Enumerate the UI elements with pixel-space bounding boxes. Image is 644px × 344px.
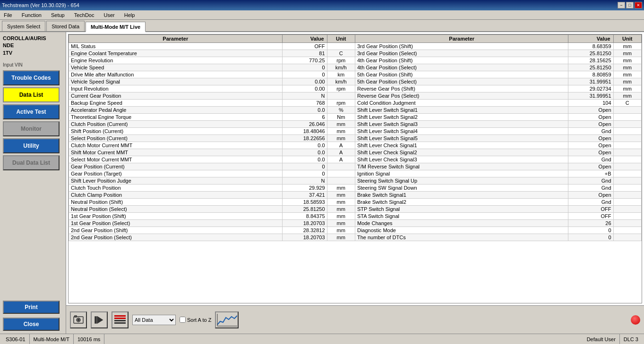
left-param-cell: MIL Status (69, 43, 283, 50)
titlebar: Techstream (Ver 10.30.029) - 654 − □ ✕ (0, 0, 644, 10)
left-value-cell: 18.48046 (282, 128, 327, 135)
right-unit-cell: mm (613, 92, 641, 100)
right-unit-cell: mm (613, 43, 641, 50)
right-value-cell: OFF (568, 213, 613, 220)
table-row: Input Revolution 0.00 rpm Reverse Gear P… (69, 85, 642, 92)
right-value-cell: Open (568, 121, 613, 128)
right-param-cell: 5th Gear Position (Shift) (355, 71, 568, 78)
sort-label: Sort A to Z (187, 317, 211, 323)
menu-techdoc[interactable]: TechDoc (72, 11, 96, 19)
right-value-cell: 25.81250 (568, 64, 613, 71)
right-value-cell: Gnd (568, 177, 613, 185)
table-row: Accelerator Pedal Angle 0.0 % Shift Leve… (69, 107, 642, 114)
left-param-cell: Clutch Position (Current) (69, 121, 283, 128)
table-row: Select Position (Current) 18.22656 mm Sh… (69, 135, 642, 142)
right-value-cell: OFF (568, 206, 613, 213)
right-param-header: Parameter (355, 35, 568, 43)
table-row: 2nd Gear Position (Select) 18.20703 mm T… (69, 234, 642, 241)
left-value-cell: OFF (282, 43, 327, 50)
left-unit-cell: % (327, 107, 355, 114)
table-body: MIL Status OFF 3rd Gear Position (Shift)… (69, 43, 642, 241)
sort-checkbox[interactable] (180, 317, 186, 323)
right-value-cell: 28.15625 (568, 57, 613, 64)
right-param-cell: Shift Lever Switch Signal4 (355, 128, 568, 135)
close-button[interactable]: Close (3, 318, 60, 331)
left-param-cell: Accelerator Pedal Angle (69, 107, 283, 114)
right-param-cell: Shift Lever Switch Signal1 (355, 107, 568, 114)
table-row: Shift Position (Current) 18.48046 mm Shi… (69, 128, 642, 135)
right-unit-cell (613, 227, 641, 234)
left-param-cell: Neutral Position (Shift) (69, 199, 283, 206)
menu-help[interactable]: Help (122, 11, 137, 19)
left-value-cell: 18.22656 (282, 135, 327, 142)
active-test-button[interactable]: Active Test (3, 104, 60, 119)
right-param-cell: Shift Lever Switch Signal3 (355, 121, 568, 128)
left-unit-cell: mm (327, 121, 355, 128)
window-controls[interactable]: − □ ✕ (618, 2, 642, 8)
menu-user[interactable]: User (102, 11, 116, 19)
chart-button[interactable] (215, 311, 239, 328)
utility-button[interactable]: Utility (3, 138, 60, 153)
left-unit-cell: mm (327, 135, 355, 142)
tab-multi-mode[interactable]: Multi-Mode M/T Live (86, 22, 146, 32)
right-value-cell: Gnd (568, 156, 613, 163)
right-unit-cell: mm (613, 78, 641, 85)
left-unit-cell: C (327, 50, 355, 57)
left-param-cell: Gear Position (Target) (69, 170, 283, 177)
left-param-cell: 1st Gear Position (Shift) (69, 213, 283, 220)
right-param-cell: Shift Lever Switch Signal5 (355, 135, 568, 142)
right-unit-cell (613, 199, 641, 206)
trouble-codes-button[interactable]: Trouble Codes (3, 70, 60, 85)
table-row: Engine Coolant Temperature 81 C 3rd Gear… (69, 50, 642, 57)
list-icon-button[interactable] (112, 311, 129, 328)
app-title: Techstream (Ver 10.30.029) - 654 (2, 2, 79, 8)
stop-indicator (631, 315, 640, 325)
left-unit-cell: rpm (327, 57, 355, 64)
menu-file[interactable]: File (2, 11, 14, 19)
right-param-cell: Diagnostic Mode (355, 227, 568, 234)
left-param-cell: Clutch Clamp Position (69, 192, 283, 199)
right-unit-cell (613, 170, 641, 177)
right-param-cell: T/M Reverse Switch Signal (355, 163, 568, 170)
data-table-container[interactable]: Parameter Value Unit Parameter Value Uni… (68, 34, 642, 303)
print-button[interactable]: Print (3, 301, 60, 314)
record-button[interactable] (91, 311, 108, 328)
left-unit-cell: mm (327, 206, 355, 213)
tabbar: System Select Stored Data Multi-Mode M/T… (0, 20, 644, 32)
minimize-button[interactable]: − (618, 2, 625, 8)
right-unit-cell (613, 149, 641, 156)
vehicle-info: COROLLA/AURIS NDE 1TV (3, 35, 63, 57)
close-window-button[interactable]: ✕ (635, 2, 642, 8)
table-row: Vehicle Speed Signal 0.00 km/h 5th Gear … (69, 78, 642, 85)
maximize-button[interactable]: □ (626, 2, 634, 8)
right-unit-cell (613, 234, 641, 241)
monitor-button[interactable]: Monitor (3, 121, 60, 136)
dual-data-list-button[interactable]: Dual Data List (3, 155, 60, 170)
right-param-cell: STP Switch Signal (355, 206, 568, 213)
data-filter-dropdown[interactable]: All Data Selected Data Custom (132, 315, 176, 325)
left-unit-cell (327, 177, 355, 185)
left-param-cell: Clutch Motor Current MMT (69, 142, 283, 149)
sort-checkbox-area[interactable]: Sort A to Z (180, 317, 211, 323)
status-user: Default User (583, 334, 620, 344)
snapshot-button[interactable] (70, 311, 87, 328)
right-unit-header: Unit (613, 35, 641, 43)
menu-setup[interactable]: Setup (49, 11, 67, 19)
tab-stored-data[interactable]: Stored Data (46, 21, 85, 31)
left-value-cell: 81 (282, 50, 327, 57)
table-row: Clutch Clamp Position 37.421 mm Brake Sw… (69, 192, 642, 199)
tab-system-select[interactable]: System Select (2, 21, 45, 31)
left-unit-cell: km/h (327, 64, 355, 71)
data-table: Parameter Value Unit Parameter Value Uni… (69, 34, 642, 241)
right-unit-cell (613, 142, 641, 149)
data-list-button[interactable]: Data List (3, 87, 60, 102)
right-value-cell: 31.99951 (568, 92, 613, 100)
left-param-cell: Vehicle Speed Signal (69, 78, 283, 85)
left-param-cell: 2nd Gear Position (Select) (69, 234, 283, 241)
right-unit-cell (613, 156, 641, 163)
table-row: Theoretical Engine Torque 6 Nm Shift Lev… (69, 114, 642, 121)
left-value-cell: 25.81250 (282, 206, 327, 213)
right-param-cell: Brake Switch Signal1 (355, 192, 568, 199)
menu-function[interactable]: Function (20, 11, 43, 19)
right-value-cell: 0 (568, 227, 613, 234)
